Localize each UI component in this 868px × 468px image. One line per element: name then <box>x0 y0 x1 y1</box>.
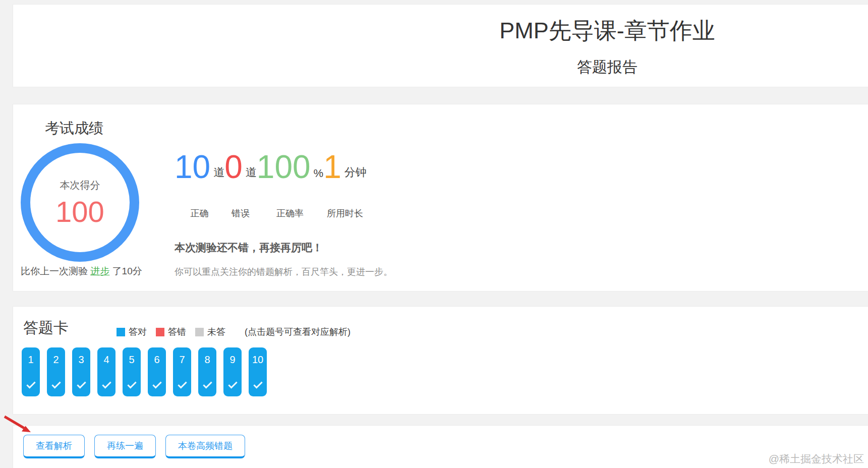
stat-unit: 道 <box>213 165 224 183</box>
stat-label: 正确率 <box>276 207 304 219</box>
progress-note-prefix: 比你上一次测验 <box>21 266 90 276</box>
progress-note-suffix: 了10分 <box>109 266 142 276</box>
answer-report-page: { "page": { "title": "PMP先导课-章节作业", "sub… <box>0 0 868 468</box>
question-tile[interactable]: 10 <box>249 347 267 396</box>
question-number: 5 <box>129 354 134 366</box>
stat-column: 10 道 正确 <box>175 151 224 219</box>
legend-swatch-icon <box>156 328 164 336</box>
question-tile[interactable]: 2 <box>47 347 65 396</box>
score-card-heading: 考试成绩 <box>45 119 103 139</box>
watermark: @稀土掘金技术社区 <box>769 452 864 466</box>
question-tile[interactable]: 9 <box>223 347 242 396</box>
legend-item: 答错 <box>156 326 186 338</box>
result-message: 本次测验还不错，再接再厉吧！ <box>175 241 323 255</box>
action-button[interactable]: 查看解析 <box>23 435 85 458</box>
progress-note: 比你上一次测验 进步 了10分 <box>21 265 142 278</box>
page-subtitle: 答题报告 <box>499 57 715 78</box>
question-tile[interactable]: 7 <box>173 347 191 396</box>
legend-swatch-icon <box>117 328 125 336</box>
stat-value: 10 <box>175 151 210 183</box>
question-number: 6 <box>154 354 159 366</box>
question-tiles: 1 2 3 4 5 6 7 8 9 10 <box>22 347 267 396</box>
action-button[interactable]: 本卷高频错题 <box>165 435 245 458</box>
check-icon <box>77 379 86 388</box>
stat-value: 1 <box>323 151 341 183</box>
page-title: PMP先导课-章节作业 <box>499 16 715 46</box>
stat-column: 1 分钟 所用时长 <box>323 151 367 219</box>
question-tile[interactable]: 6 <box>148 347 166 396</box>
question-number: 9 <box>229 354 235 366</box>
legend-swatch-icon <box>195 328 204 336</box>
check-icon <box>127 379 136 388</box>
stat-label: 所用时长 <box>327 207 363 219</box>
legend-label: 答对 <box>129 326 147 338</box>
answer-card-heading: 答题卡 <box>23 318 69 338</box>
report-header: PMP先导课-章节作业 答题报告 <box>13 4 868 87</box>
stat-unit: % <box>314 167 324 183</box>
question-tile[interactable]: 4 <box>97 347 115 396</box>
legend-item: 答对 <box>117 326 147 338</box>
stat-value: 0 <box>224 151 243 183</box>
result-message-sub: 你可以重点关注你的错题解析，百尺竿头，更进一步。 <box>175 266 392 278</box>
check-icon <box>178 379 187 388</box>
legend-label: 答错 <box>168 326 186 338</box>
score-gauge-label: 本次得分 <box>60 179 100 192</box>
check-icon <box>51 379 61 388</box>
stat-unit: 道 <box>246 165 257 183</box>
question-tile[interactable]: 5 <box>123 347 141 396</box>
actions-footer: 查看解析再练一遍本卷高频错题 @稀土掘金技术社区 <box>13 425 868 468</box>
question-number: 3 <box>78 354 84 366</box>
legend-item: 未答 <box>195 326 225 338</box>
check-icon <box>26 379 35 388</box>
stat-value: 100 <box>257 151 311 183</box>
legend-label: 未答 <box>207 326 225 338</box>
question-number: 2 <box>53 354 59 366</box>
stat-column: 0 道 错误 <box>224 151 257 219</box>
stat-unit: 分钟 <box>344 165 367 183</box>
question-number: 7 <box>179 354 185 366</box>
check-icon <box>102 379 111 388</box>
question-tile[interactable]: 1 <box>22 347 40 396</box>
legend-note: (点击题号可查看对应解析) <box>245 326 351 338</box>
question-number: 8 <box>204 354 210 366</box>
check-icon <box>152 379 161 388</box>
question-number: 10 <box>252 354 263 366</box>
check-icon <box>253 379 262 388</box>
answer-legend: 答对 答错 未答 (点击题号可查看对应解析) <box>117 326 351 338</box>
stat-label: 错误 <box>232 207 250 219</box>
score-value: 100 <box>55 197 104 226</box>
answer-sheet-card: 答题卡 答对 答错 未答 (点击题号可查看对应解析) 1 2 3 4 <box>13 306 868 415</box>
question-tile[interactable]: 8 <box>198 347 216 396</box>
stats-row: 10 道 正确 0 道 错误 100 % 正确率 1 分钟 所用时长 <box>175 151 367 219</box>
question-number: 4 <box>103 354 109 366</box>
action-button[interactable]: 再练一遍 <box>94 435 156 458</box>
question-number: 1 <box>28 354 33 366</box>
exam-score-card: 考试成绩 本次得分 100 比你上一次测验 进步 了10分 10 道 正确 0 … <box>13 104 868 291</box>
action-buttons: 查看解析再练一遍本卷高频错题 <box>23 435 245 458</box>
check-icon <box>228 379 237 388</box>
stat-label: 正确 <box>191 207 209 219</box>
stat-column: 100 % 正确率 <box>257 151 323 219</box>
check-icon <box>203 379 212 388</box>
score-gauge: 本次得分 100 <box>21 143 139 262</box>
progress-note-highlight: 进步 <box>90 266 109 276</box>
question-tile[interactable]: 3 <box>72 347 90 396</box>
